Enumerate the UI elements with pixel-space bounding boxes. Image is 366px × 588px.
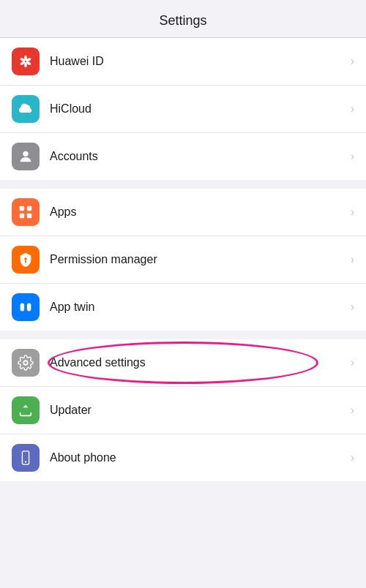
chevron-icon: › xyxy=(351,253,354,266)
chevron-icon: › xyxy=(351,451,354,464)
advanced-settings-icon xyxy=(12,349,40,377)
svg-rect-10 xyxy=(27,214,31,218)
svg-point-18 xyxy=(25,461,26,463)
app-twin-icon xyxy=(12,293,40,321)
chevron-icon: › xyxy=(351,102,354,116)
permission-manager-icon xyxy=(12,246,40,274)
chevron-icon: › xyxy=(351,356,354,369)
settings-item-huawei-id[interactable]: Huawei ID › xyxy=(0,38,366,86)
about-phone-label: About phone xyxy=(50,451,345,464)
svg-point-6 xyxy=(23,151,28,157)
svg-point-11 xyxy=(24,257,27,260)
svg-rect-9 xyxy=(20,214,24,218)
huawei-id-label: Huawei ID xyxy=(50,55,345,68)
about-phone-icon xyxy=(12,444,40,472)
updater-icon xyxy=(12,396,40,424)
page-title-bar: Settings xyxy=(0,0,366,38)
settings-item-app-twin[interactable]: App twin › xyxy=(0,284,366,331)
hicloud-label: HiCloud xyxy=(50,102,345,116)
svg-point-15 xyxy=(23,361,28,365)
settings-item-hicloud[interactable]: HiCloud › xyxy=(0,86,366,133)
svg-rect-13 xyxy=(20,304,25,312)
svg-rect-14 xyxy=(27,304,31,312)
updater-label: Updater xyxy=(50,404,345,417)
chevron-icon: › xyxy=(351,55,354,68)
advanced-settings-label: Advanced settings xyxy=(50,356,345,369)
settings-item-about-phone[interactable]: About phone › xyxy=(0,434,366,481)
svg-rect-16 xyxy=(22,451,29,464)
accounts-icon xyxy=(12,143,40,170)
settings-item-updater[interactable]: Updater › xyxy=(0,387,366,434)
hicloud-icon xyxy=(12,95,40,123)
chevron-icon: › xyxy=(351,301,354,314)
app-twin-label: App twin xyxy=(50,301,345,314)
system-section: Advanced settings › Updater › About phon… xyxy=(0,339,366,481)
svg-rect-8 xyxy=(27,206,31,211)
huawei-id-icon xyxy=(12,48,40,75)
chevron-icon: › xyxy=(351,206,354,219)
svg-rect-7 xyxy=(20,206,24,211)
chevron-icon: › xyxy=(351,150,354,163)
chevron-icon: › xyxy=(351,404,354,417)
apps-label: Apps xyxy=(50,206,345,219)
svg-rect-12 xyxy=(25,260,26,263)
settings-item-accounts[interactable]: Accounts › xyxy=(0,133,366,180)
settings-item-advanced-settings[interactable]: Advanced settings › xyxy=(0,339,366,387)
accounts-label: Accounts xyxy=(50,150,345,163)
app-section: Apps › Permission manager › App twin › xyxy=(0,189,366,331)
settings-item-permission-manager[interactable]: Permission manager › xyxy=(0,236,366,284)
permission-manager-label: Permission manager xyxy=(50,253,345,266)
page-title: Settings xyxy=(159,13,206,28)
settings-item-apps[interactable]: Apps › xyxy=(0,189,366,236)
apps-icon xyxy=(12,198,40,226)
account-section: Huawei ID › HiCloud › Accounts › xyxy=(0,38,366,180)
